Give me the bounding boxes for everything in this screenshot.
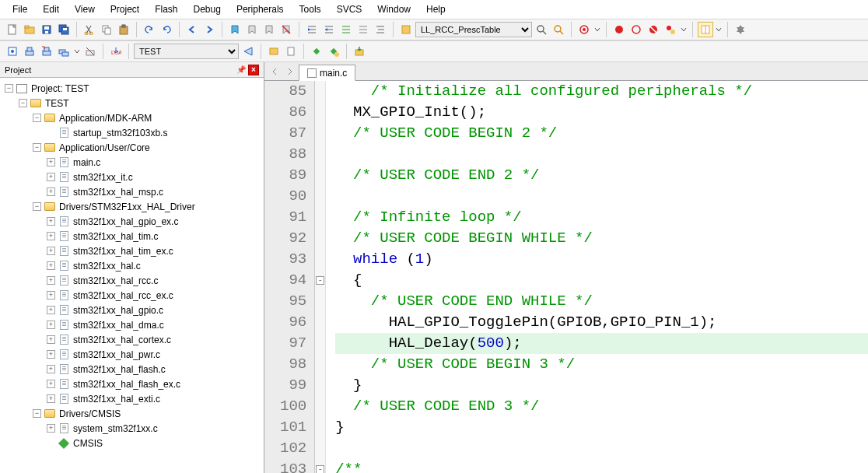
batch-build-icon[interactable]	[56, 44, 72, 59]
uncomment-icon[interactable]	[355, 22, 371, 37]
build-icon[interactable]	[22, 44, 37, 59]
chevron-down-icon[interactable]	[593, 22, 601, 37]
find-files-icon[interactable]	[551, 22, 566, 37]
chevron-down-icon[interactable]	[680, 22, 688, 37]
project-tree[interactable]: −Project: TEST−TEST−Application/MDK-ARMs…	[0, 78, 264, 473]
tab-nav-back-icon[interactable]	[268, 65, 282, 79]
breakpoint-insert-icon[interactable]	[611, 22, 627, 37]
tree-file[interactable]: +stm32f1xx_hal_pwr.c	[0, 347, 264, 362]
close-icon[interactable]: ×	[248, 65, 259, 75]
tree-group[interactable]: −Drivers/CMSIS	[0, 406, 264, 421]
menu-window[interactable]: Window	[369, 2, 418, 17]
target-options-icon[interactable]	[240, 44, 256, 59]
svg-rect-34	[27, 47, 32, 51]
tree-file[interactable]: +stm32f1xx_it.c	[0, 170, 264, 184]
debug-start-icon[interactable]	[576, 22, 592, 37]
breakpoint-window-icon[interactable]	[663, 22, 678, 37]
configure-icon[interactable]	[733, 22, 748, 37]
menu-help[interactable]: Help	[418, 2, 453, 17]
fold-toggle-icon[interactable]: -	[316, 465, 324, 473]
tree-file[interactable]: +stm32f1xx_hal_exti.c	[0, 391, 264, 406]
tree-group[interactable]: −Application/User/Core	[0, 140, 264, 155]
chevron-down-icon[interactable]	[715, 22, 723, 37]
menu-debug[interactable]: Debug	[186, 2, 229, 17]
svg-rect-14	[122, 25, 125, 27]
rebuild-icon[interactable]	[39, 44, 54, 59]
tree-component[interactable]: CMSIS	[0, 436, 264, 450]
menu-project[interactable]: Project	[103, 2, 147, 17]
tree-file[interactable]: +stm32f1xx_hal_tim_ex.c	[0, 244, 264, 258]
chevron-down-icon[interactable]	[73, 44, 81, 59]
nav-back-icon[interactable]	[184, 22, 200, 37]
window-layout-icon[interactable]	[698, 22, 713, 37]
panel-title-label: Project	[5, 65, 31, 75]
bookmark-next-icon[interactable]	[261, 22, 277, 37]
copy-icon[interactable]	[99, 22, 114, 37]
code-editor[interactable]: 8586878889909192939495969798991001011021…	[264, 81, 868, 473]
tree-file[interactable]: +stm32f1xx_hal_dma.c	[0, 317, 264, 332]
new-file-icon[interactable]	[5, 22, 20, 37]
pin-icon[interactable]: 📌	[236, 65, 247, 75]
tree-file[interactable]: +stm32f1xx_hal_gpio_ex.c	[0, 214, 264, 229]
manage-project-icon[interactable]	[266, 44, 282, 59]
download-icon[interactable]: LOAD	[108, 44, 124, 59]
tree-file[interactable]: +stm32f1xx_hal_msp.c	[0, 184, 264, 199]
tree-target[interactable]: −TEST	[0, 96, 264, 110]
fold-column[interactable]: --	[315, 81, 326, 473]
paste-icon[interactable]	[116, 22, 131, 37]
tree-file[interactable]: +stm32f1xx_hal_flash_ex.c	[0, 377, 264, 391]
tree-project-root[interactable]: −Project: TEST	[0, 81, 264, 96]
format-icon[interactable]	[373, 22, 388, 37]
tree-file[interactable]: startup_stm32f103xb.s	[0, 125, 264, 140]
menu-file[interactable]: File	[5, 2, 35, 17]
tree-file[interactable]: +stm32f1xx_hal_tim.c	[0, 229, 264, 244]
tree-group[interactable]: −Drivers/STM32F1xx_HAL_Driver	[0, 199, 264, 214]
menu-view[interactable]: View	[67, 2, 103, 17]
tree-group[interactable]: −Application/MDK-ARM	[0, 110, 264, 125]
menu-tools[interactable]: Tools	[292, 2, 329, 17]
menu-peripherals[interactable]: Peripherals	[229, 2, 292, 17]
file-tab-main-c[interactable]: main.c	[299, 65, 355, 81]
open-icon[interactable]	[22, 22, 37, 37]
comment-icon[interactable]	[338, 22, 354, 37]
save-icon[interactable]	[39, 22, 54, 37]
target-combo[interactable]: TEST	[134, 44, 239, 59]
tab-nav-fwd-icon[interactable]	[283, 65, 297, 79]
find-icon[interactable]	[534, 22, 549, 37]
function-list-icon[interactable]	[398, 22, 414, 37]
svg-point-28	[670, 30, 675, 34]
bookmark-prev-icon[interactable]	[244, 22, 260, 37]
bookmark-toggle-icon[interactable]	[227, 22, 243, 37]
symbol-combo[interactable]: LL_RCC_PrescTable	[415, 22, 532, 37]
redo-icon[interactable]	[159, 22, 174, 37]
select-packs-icon[interactable]	[326, 44, 341, 59]
menu-edit[interactable]: Edit	[35, 2, 67, 17]
svg-point-24	[632, 26, 640, 33]
tree-file[interactable]: +stm32f1xx_hal_flash.c	[0, 362, 264, 377]
nav-forward-icon[interactable]	[201, 22, 217, 37]
manage-rte-icon[interactable]	[309, 44, 324, 59]
fold-toggle-icon[interactable]: -	[316, 276, 324, 285]
tree-file[interactable]: +stm32f1xx_hal_cortex.c	[0, 332, 264, 347]
indent-icon[interactable]	[304, 22, 320, 37]
tree-file[interactable]: +stm32f1xx_hal_rcc_ex.c	[0, 288, 264, 303]
code-content[interactable]: /* Initialize all configured peripherals…	[326, 81, 868, 473]
tree-file[interactable]: +stm32f1xx_hal_gpio.c	[0, 303, 264, 317]
cut-icon[interactable]	[82, 22, 97, 37]
translate-icon[interactable]	[5, 44, 20, 59]
outdent-icon[interactable]	[321, 22, 337, 37]
bookmark-clear-icon[interactable]	[278, 22, 294, 37]
stop-build-icon[interactable]	[82, 44, 98, 59]
tree-file[interactable]: +stm32f1xx_hal.c	[0, 258, 264, 273]
menu-svcs[interactable]: SVCS	[329, 2, 370, 17]
tree-file[interactable]: +system_stm32f1xx.c	[0, 421, 264, 436]
pack-installer-icon[interactable]	[352, 44, 367, 59]
file-ext-icon[interactable]	[283, 44, 299, 59]
breakpoint-disable-icon[interactable]	[628, 22, 644, 37]
tree-file[interactable]: +main.c	[0, 155, 264, 170]
tree-file[interactable]: +stm32f1xx_hal_rcc.c	[0, 273, 264, 288]
undo-icon[interactable]	[142, 22, 157, 37]
breakpoint-killall-icon[interactable]	[646, 22, 661, 37]
save-all-icon[interactable]	[56, 22, 72, 37]
menu-flash[interactable]: Flash	[147, 2, 185, 17]
